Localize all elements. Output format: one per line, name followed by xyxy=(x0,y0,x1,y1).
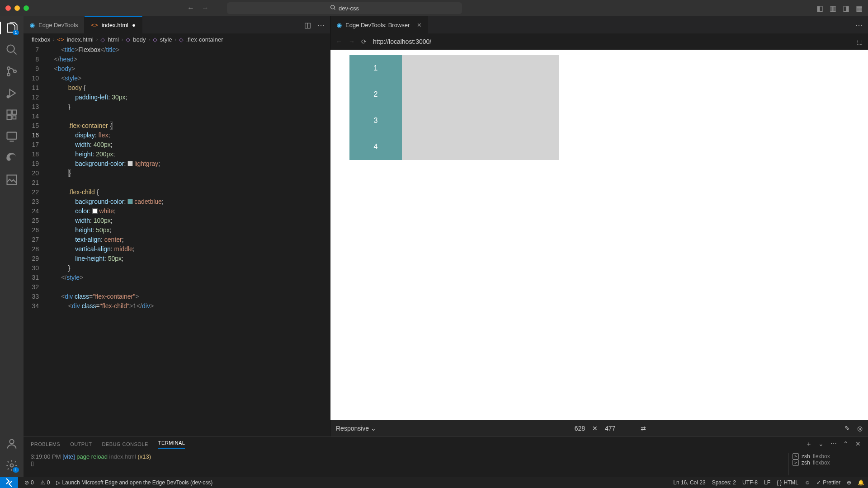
browser-toolbar: ← → ⟳ http://localhost:3000/ ⬚ xyxy=(330,33,868,50)
target-icon[interactable]: ◎ xyxy=(857,425,863,432)
viewport-width[interactable]: 628 xyxy=(575,425,585,432)
window-controls xyxy=(5,5,29,11)
inspect-icon[interactable]: ⬚ xyxy=(857,38,863,45)
code-editor[interactable]: 7 <title>Flexbox</title> 8 </head> 9 <bo… xyxy=(24,45,330,436)
status-warnings[interactable]: ⚠0 xyxy=(40,479,50,486)
status-errors[interactable]: ⊘0 xyxy=(24,479,34,486)
panel-tab-debug-console[interactable]: DEBUG CONSOLE xyxy=(102,441,148,447)
chevron-down-icon[interactable]: ⌄ xyxy=(818,440,824,448)
image-preview-icon[interactable] xyxy=(5,174,18,186)
flex-child: 1 xyxy=(349,55,402,81)
panel-tab-problems[interactable]: PROBLEMS xyxy=(31,441,60,447)
tab-index-html[interactable]: <> index.html ● xyxy=(85,16,142,33)
terminal[interactable]: 3:19:00 PM [vite] page reload index.html… xyxy=(24,451,868,477)
url-bar[interactable]: http://localhost:3000/ xyxy=(373,38,431,45)
layout-customize-icon[interactable]: ▦ xyxy=(856,4,863,13)
search-activity-icon[interactable] xyxy=(5,43,18,56)
tab-browser-preview[interactable]: ◉ Edge DevTools: Browser ✕ xyxy=(330,16,428,33)
svg-point-16 xyxy=(9,440,14,444)
nav-back-button[interactable]: ← xyxy=(187,4,194,12)
flex-child: 3 xyxy=(349,108,402,134)
explorer-badge: 1 xyxy=(13,30,19,35)
browser-reload-icon[interactable]: ⟳ xyxy=(361,38,367,45)
status-bell-icon[interactable]: 🔔 xyxy=(858,479,864,486)
tab-edge-devtools[interactable]: ◉ Edge DevTools xyxy=(24,16,85,33)
explorer-icon[interactable]: 1 xyxy=(5,22,18,34)
svg-point-5 xyxy=(7,73,10,76)
extensions-icon[interactable] xyxy=(5,108,18,121)
status-prettier[interactable]: ✓Prettier xyxy=(816,479,840,486)
edge-devtools-icon[interactable] xyxy=(5,152,18,164)
device-mode-dropdown[interactable]: Responsive ⌄ xyxy=(336,425,376,432)
search-icon xyxy=(330,5,336,12)
terminal-session[interactable]: >zsh flexbox xyxy=(793,460,861,466)
panel-tab-output[interactable]: OUTPUT xyxy=(70,441,92,447)
status-encoding[interactable]: UTF-8 xyxy=(742,479,758,486)
more-actions-icon[interactable]: ⋯ xyxy=(855,21,863,29)
rotate-icon[interactable]: ⇄ xyxy=(641,425,646,432)
warning-icon: ⚠ xyxy=(40,479,45,486)
remote-indicator[interactable] xyxy=(0,477,18,488)
browser-forward-icon[interactable]: → xyxy=(349,38,355,45)
svg-rect-12 xyxy=(13,116,16,119)
edge-icon: ◉ xyxy=(30,22,35,28)
breadcrumbs[interactable]: flexbox› <>index.html› ◇html› ◇body› ◇st… xyxy=(24,33,330,45)
accounts-icon[interactable] xyxy=(5,437,18,450)
viewport-height[interactable]: 477 xyxy=(605,425,615,432)
more-actions-icon[interactable]: ⋯ xyxy=(317,21,325,29)
new-terminal-icon[interactable]: ＋ xyxy=(806,440,812,448)
dirty-indicator-icon: ● xyxy=(132,22,136,28)
layout-sidebar-right-icon[interactable]: ◨ xyxy=(843,4,849,13)
search-text: dev-css xyxy=(339,5,359,12)
wand-icon[interactable]: ✎ xyxy=(844,425,850,432)
status-eol[interactable]: LF xyxy=(764,479,770,486)
terminal-session[interactable]: >zsh flexbox xyxy=(793,453,861,460)
close-window-button[interactable] xyxy=(5,5,11,11)
source-control-icon[interactable] xyxy=(5,65,18,78)
device-toolbar: Responsive ⌄ 628 ✕ 477 ⇄ ✎ ◎ xyxy=(330,420,868,436)
editor-tabs: ◉ Edge DevTools <> index.html ● ◫ ⋯ xyxy=(24,16,330,33)
status-cursor-position[interactable]: Ln 16, Col 23 xyxy=(673,479,705,486)
status-notifications-icon[interactable]: ⊕ xyxy=(847,479,851,486)
html-file-icon: <> xyxy=(91,22,98,28)
remote-explorer-icon[interactable] xyxy=(5,130,18,143)
bottom-panel: PROBLEMS OUTPUT DEBUG CONSOLE TERMINAL ＋… xyxy=(24,436,868,477)
maximize-panel-icon[interactable]: ⌃ xyxy=(843,440,849,448)
svg-marker-7 xyxy=(9,89,15,97)
svg-rect-13 xyxy=(7,132,17,139)
settings-badge: 1 xyxy=(13,467,19,473)
status-feedback-icon[interactable]: ☺ xyxy=(805,479,810,486)
preview-viewport[interactable]: 1 2 3 4 xyxy=(330,50,868,420)
debug-icon: ▷ xyxy=(56,479,60,486)
split-editor-icon[interactable]: ◫ xyxy=(304,21,311,29)
flex-child: 2 xyxy=(349,81,402,108)
nav-forward-button[interactable]: → xyxy=(202,4,209,12)
flex-child: 4 xyxy=(349,134,402,160)
layout-panel-icon[interactable]: ▥ xyxy=(830,4,836,13)
error-icon: ⊘ xyxy=(24,479,29,486)
layout-sidebar-left-icon[interactable]: ◧ xyxy=(816,4,823,13)
chevron-down-icon: ⌄ xyxy=(371,425,376,432)
maximize-window-button[interactable] xyxy=(24,5,29,11)
status-indentation[interactable]: Spaces: 2 xyxy=(712,479,736,486)
command-center[interactable]: dev-css xyxy=(227,2,462,14)
svg-point-0 xyxy=(331,5,335,9)
close-panel-icon[interactable]: ✕ xyxy=(855,440,861,448)
svg-line-3 xyxy=(14,52,17,55)
activity-bar: 1 1 xyxy=(0,16,24,477)
svg-rect-11 xyxy=(7,115,11,119)
debug-icon[interactable] xyxy=(5,87,18,99)
close-tab-icon[interactable]: ✕ xyxy=(417,22,422,28)
status-language[interactable]: { }HTML xyxy=(777,479,798,486)
settings-gear-icon[interactable]: 1 xyxy=(5,459,18,472)
minimize-window-button[interactable] xyxy=(14,5,20,11)
svg-point-2 xyxy=(7,45,14,52)
svg-point-8 xyxy=(7,96,9,98)
more-actions-icon[interactable]: ⋯ xyxy=(830,440,837,448)
panel-tab-terminal[interactable]: TERMINAL xyxy=(158,440,185,449)
dimension-separator-icon: ✕ xyxy=(592,425,598,432)
browser-back-icon[interactable]: ← xyxy=(336,38,342,45)
svg-line-1 xyxy=(334,9,335,9)
status-bar: ⊘0 ⚠0 ▷Launch Microsoft Edge and open th… xyxy=(0,477,868,488)
status-launch-edge[interactable]: ▷Launch Microsoft Edge and open the Edge… xyxy=(56,479,212,486)
